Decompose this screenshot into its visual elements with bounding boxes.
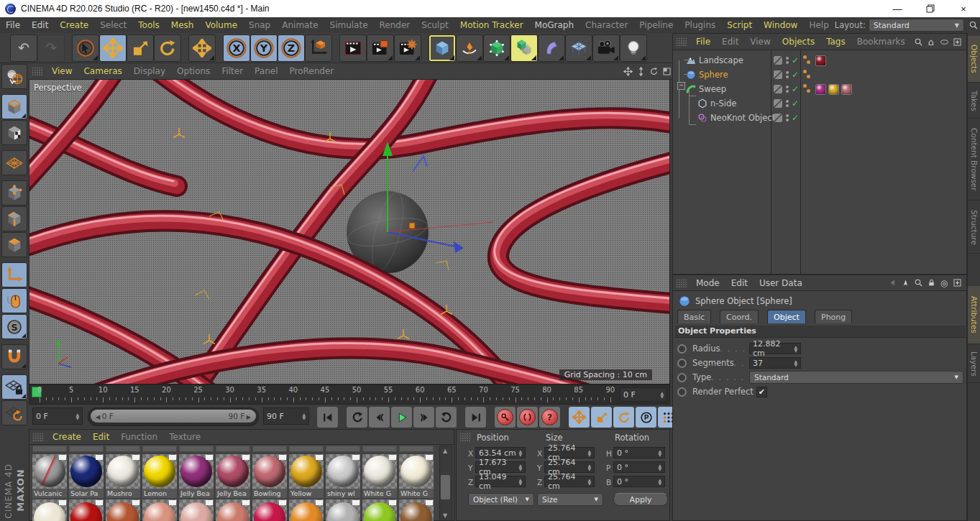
panel-tab-layers[interactable]: Layers (968, 345, 980, 383)
main-menu-plugins[interactable]: Plugins (679, 18, 721, 32)
type-dropdown[interactable]: Standard▼ (749, 371, 963, 384)
visibility-dots[interactable] (786, 84, 789, 94)
material-label[interactable]: White G (362, 489, 397, 498)
materials-menu-texture[interactable]: Texture (163, 430, 206, 444)
tab-object[interactable]: Object (767, 310, 806, 323)
right-frame-field[interactable]: 0 F ▲▼ (620, 387, 667, 402)
object-manager-menu-tags[interactable]: Tags (820, 34, 851, 49)
material-thumb-partial[interactable] (399, 499, 434, 521)
search-icon[interactable] (912, 277, 925, 289)
scroll-down-icon[interactable]: ▼ (440, 511, 450, 520)
add-environment-button[interactable] (565, 34, 592, 62)
layer-toggle[interactable] (774, 70, 782, 79)
preview-range-slider[interactable]: ◀ 0 F 90 F ▶ (88, 407, 259, 426)
add-light-button[interactable] (620, 34, 647, 62)
object-manager-menu-file[interactable]: File (690, 34, 716, 49)
attributes-menu-user-data[interactable]: User Data (754, 276, 808, 290)
main-menu-pipeline[interactable]: Pipeline (633, 18, 679, 32)
key-rotation-button[interactable] (613, 406, 635, 428)
goto-end-button[interactable] (464, 406, 487, 428)
key-scale-button[interactable] (590, 406, 613, 428)
materials-menu-create[interactable]: Create (47, 430, 87, 444)
stepper-icon[interactable]: ▲▼ (660, 391, 664, 398)
lock-workplane-button[interactable] (1, 374, 27, 400)
material-thumb[interactable] (32, 454, 67, 489)
material-thumb-partial[interactable] (216, 446, 250, 452)
expander-minus[interactable]: − (677, 82, 685, 90)
main-menu-window[interactable]: Window (758, 18, 803, 32)
axis-z-button[interactable]: Z (278, 34, 305, 62)
edit-render-settings-button[interactable] (394, 34, 421, 62)
material-scrollbar[interactable]: ▲ ▼ (439, 446, 452, 521)
preview-range-inner[interactable]: ◀ 0 F 90 F ▶ (91, 410, 256, 423)
tab-phong[interactable]: Phong (815, 310, 852, 323)
material-thumb-partial[interactable] (399, 446, 434, 452)
restore-button[interactable] (914, 0, 947, 17)
add-deformer-button[interactable] (538, 34, 565, 62)
main-menu-simulate[interactable]: Simulate (324, 18, 374, 32)
panel-tab-content-browser[interactable]: Content Browser (968, 119, 980, 200)
goto-start-button[interactable] (316, 406, 339, 428)
tweak-mode-button[interactable] (1, 288, 27, 313)
render-view-button[interactable] (339, 34, 367, 62)
undo-button[interactable]: ↶ (10, 34, 37, 62)
visibility-dots[interactable] (786, 98, 789, 109)
main-menu-tools[interactable]: Tools (132, 18, 165, 32)
key-parameter-button[interactable]: P (635, 406, 657, 428)
material-label[interactable]: Vulcanic (32, 489, 67, 498)
panel-grip[interactable] (459, 433, 471, 441)
goto-previous-frame-button[interactable] (368, 406, 390, 428)
material-thumb-partial[interactable] (362, 499, 397, 521)
material-thumb-partial[interactable] (179, 499, 214, 521)
object-row-n-side[interactable]: n-Side✓ (673, 96, 980, 111)
size-x-field[interactable]: 25.764 cm▲▼ (544, 447, 595, 458)
main-menu-help[interactable]: Help (803, 18, 834, 32)
material-thumb[interactable] (216, 454, 250, 489)
target-icon[interactable]: ◎ (938, 277, 951, 289)
material-thumb[interactable] (106, 454, 140, 489)
tab-coord[interactable]: Coord. (720, 310, 759, 323)
perspective-viewport[interactable]: Perspective Grid Spacing : 10 cm (29, 79, 670, 384)
texture-mode-button[interactable] (1, 120, 27, 145)
goto-previous-key-button[interactable] (346, 406, 368, 428)
timeline-ruler[interactable]: 0 F ▲▼ 051015202530354045505560657075808… (29, 384, 670, 405)
add-panel-icon[interactable] (951, 277, 963, 289)
main-menu-create[interactable]: Create (54, 18, 94, 32)
main-menu-select[interactable]: Select (94, 18, 132, 32)
pan-view-icon[interactable] (621, 65, 634, 78)
viewport-menu-filter[interactable]: Filter (216, 64, 249, 78)
material-thumb[interactable] (289, 454, 324, 489)
material-tag[interactable] (815, 55, 826, 66)
material-thumb-partial[interactable] (326, 499, 360, 521)
main-menu-script[interactable]: Script (721, 18, 758, 32)
zoom-view-icon[interactable] (634, 65, 647, 78)
stepper-icon[interactable]: ▲▼ (75, 412, 79, 420)
main-menu-file[interactable]: File (0, 18, 26, 32)
panel-tab-structure[interactable]: Structure (968, 201, 980, 254)
main-menu-render[interactable]: Render (374, 18, 416, 32)
rotation-h-field[interactable]: 0 °▲▼ (613, 447, 665, 458)
material-thumb-partial[interactable] (362, 446, 397, 452)
material-tag[interactable] (828, 84, 839, 95)
apply-button[interactable]: Apply (613, 493, 668, 506)
close-button[interactable]: × (947, 0, 980, 17)
radius-field[interactable]: 12.882 cm▲▼ (749, 343, 801, 354)
main-menu-snap[interactable]: Snap (243, 18, 276, 32)
tag-dots[interactable] (803, 84, 812, 94)
scrollbar-thumb[interactable] (441, 475, 450, 499)
main-menu-volume[interactable]: Volume (199, 18, 243, 32)
material-label[interactable]: White G (399, 489, 434, 498)
size-z-field[interactable]: 25.764 cm▲▼ (544, 476, 595, 487)
size-mode-dropdown[interactable]: Size▼ (537, 493, 603, 506)
object-manager-menu-view[interactable]: View (744, 34, 776, 49)
viewport-menu-view[interactable]: View (46, 64, 78, 78)
points-mode-button[interactable] (1, 180, 27, 206)
material-thumb[interactable] (326, 454, 360, 489)
add-subdivision-surface-button[interactable] (483, 34, 510, 62)
material-thumb-partial[interactable] (142, 446, 177, 452)
tag-dots[interactable] (803, 55, 812, 65)
material-tag[interactable] (841, 84, 852, 95)
autokeying-button[interactable] (516, 406, 539, 428)
history-back-icon[interactable] (886, 277, 899, 289)
enabled-check[interactable]: ✓ (792, 84, 799, 94)
